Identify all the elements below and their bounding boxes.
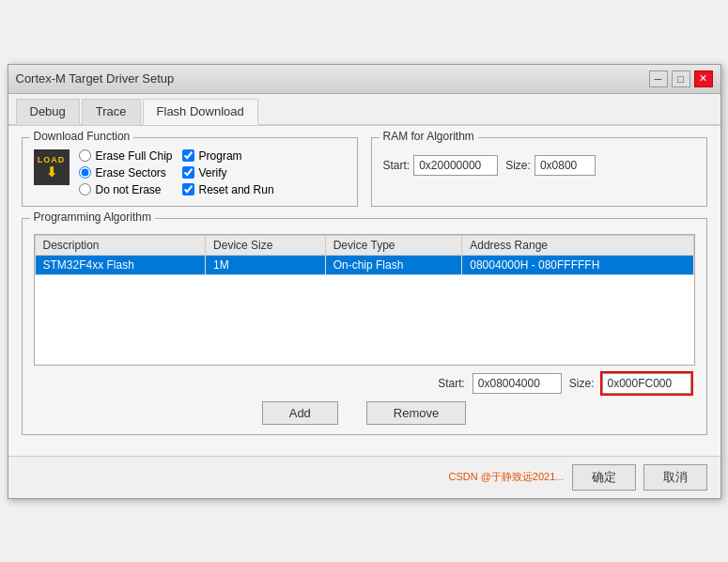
- buttons-row: Add Remove: [34, 401, 695, 425]
- check-reset-run[interactable]: Reset and Run: [182, 183, 274, 196]
- radio-erase-sectors-input[interactable]: [79, 166, 91, 179]
- radio-erase-full-chip-label: Erase Full Chip: [96, 149, 173, 163]
- ram-start-input[interactable]: [413, 155, 498, 176]
- radio-erase-full-chip-input[interactable]: [79, 149, 91, 162]
- col-address-range: Address Range: [462, 235, 693, 255]
- programming-algorithm-group: Programming Algorithm Description Device…: [22, 218, 707, 435]
- check-program-label: Program: [199, 149, 242, 163]
- start-size-row: Start: Size:: [34, 373, 695, 394]
- load-arrow: ⬇: [46, 164, 57, 180]
- content-area: Download Function LOAD ⬇ Erase Full Chip: [8, 126, 720, 456]
- radio-erase-sectors-label: Erase Sectors: [96, 166, 166, 180]
- ram-start-label: Start:: [383, 159, 410, 172]
- ram-size-input[interactable]: [534, 155, 596, 176]
- tab-bar: Debug Trace Flash Download: [8, 94, 720, 126]
- table-row[interactable]: STM32F4xx Flash 1M On-chip Flash 0800400…: [35, 255, 693, 274]
- algo-start-label: Start:: [438, 377, 465, 390]
- add-button[interactable]: Add: [262, 401, 338, 425]
- radio-do-not-erase[interactable]: Do not Erase: [79, 183, 173, 196]
- algo-size-label: Size:: [569, 377, 595, 390]
- check-group: Program Verify Reset and Run: [182, 149, 274, 196]
- minimize-button[interactable]: ─: [649, 70, 668, 87]
- cell-device-type: On-chip Flash: [325, 255, 462, 274]
- download-function-group: Download Function LOAD ⬇ Erase Full Chip: [22, 137, 358, 207]
- load-text: LOAD: [38, 155, 66, 164]
- cancel-button[interactable]: 取消: [643, 464, 707, 491]
- radio-erase-sectors[interactable]: Erase Sectors: [79, 166, 173, 180]
- remove-button[interactable]: Remove: [366, 401, 466, 425]
- ram-algorithm-group: RAM for Algorithm Start: Size:: [371, 137, 707, 207]
- cell-device-size: 1M: [206, 255, 326, 274]
- check-verify[interactable]: Verify: [182, 166, 274, 180]
- download-inner: LOAD ⬇ Erase Full Chip Erase Sectors: [34, 149, 346, 196]
- algo-table-wrapper: Description Device Size Device Type Addr…: [34, 234, 695, 366]
- check-program[interactable]: Program: [182, 149, 274, 163]
- algo-start-input[interactable]: [472, 373, 562, 394]
- ram-size-label: Size:: [505, 159, 531, 172]
- algo-table: Description Device Size Device Type Addr…: [35, 235, 694, 275]
- top-row: Download Function LOAD ⬇ Erase Full Chip: [22, 137, 707, 207]
- confirm-button[interactable]: 确定: [572, 464, 636, 491]
- bottom-bar: CSDN @于静致远2021... 确定 取消: [8, 456, 720, 498]
- close-button[interactable]: ✕: [694, 70, 713, 87]
- title-bar: Cortex-M Target Driver Setup ─ □ ✕: [8, 65, 720, 94]
- radio-group: Erase Full Chip Erase Sectors Do not Era…: [79, 149, 173, 196]
- tab-debug[interactable]: Debug: [16, 99, 80, 125]
- col-device-size: Device Size: [206, 235, 326, 255]
- ram-algorithm-label: RAM for Algorithm: [379, 130, 478, 143]
- main-window: Cortex-M Target Driver Setup ─ □ ✕ Debug…: [8, 64, 721, 499]
- watermark: CSDN @于静致远2021...: [448, 470, 564, 484]
- radio-erase-full-chip[interactable]: Erase Full Chip: [79, 149, 173, 163]
- tab-trace[interactable]: Trace: [82, 99, 141, 125]
- radio-do-not-erase-input[interactable]: [79, 183, 91, 195]
- tab-flash-download[interactable]: Flash Download: [143, 99, 258, 125]
- maximize-button[interactable]: □: [672, 70, 690, 87]
- load-icon: LOAD ⬇: [34, 149, 70, 185]
- cell-description: STM32F4xx Flash: [35, 255, 206, 274]
- window-title: Cortex-M Target Driver Setup: [16, 71, 175, 86]
- ram-size-group: Size:: [505, 155, 596, 176]
- col-device-type: Device Type: [325, 235, 462, 255]
- cell-address-range: 08004000H - 080FFFFFH: [462, 255, 693, 274]
- check-reset-run-input[interactable]: [182, 183, 194, 195]
- programming-algorithm-label: Programming Algorithm: [30, 211, 155, 224]
- check-reset-run-label: Reset and Run: [199, 183, 274, 196]
- check-verify-input[interactable]: [182, 166, 194, 179]
- check-program-input[interactable]: [182, 149, 194, 162]
- ram-start-group: Start:: [383, 155, 499, 176]
- algo-size-input[interactable]: [602, 373, 691, 394]
- col-description: Description: [35, 235, 206, 255]
- ram-inner: Start: Size:: [383, 155, 695, 176]
- window-controls: ─ □ ✕: [649, 70, 713, 87]
- table-header-row: Description Device Size Device Type Addr…: [35, 235, 693, 255]
- load-icon-inner: LOAD ⬇: [38, 155, 66, 180]
- download-function-label: Download Function: [30, 130, 134, 143]
- radio-do-not-erase-label: Do not Erase: [96, 183, 162, 196]
- check-verify-label: Verify: [199, 166, 227, 180]
